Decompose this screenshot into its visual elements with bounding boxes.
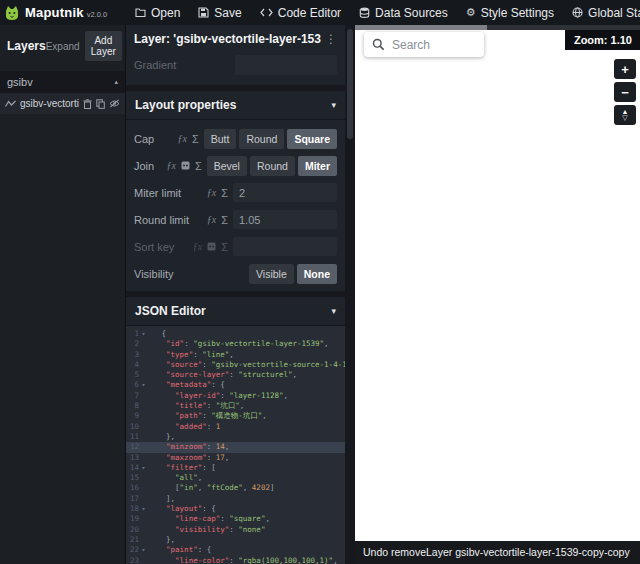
layout-properties-section-header[interactable]: Layout properties ▾ [126, 91, 345, 120]
code-line[interactable]: 18▾ "layout": { [126, 504, 345, 514]
line-number: 12 [126, 442, 139, 452]
cap-option-round[interactable]: Round [239, 129, 284, 149]
json-editor-lines[interactable]: 1▾ {2 "id": "gsibv-vectortile-layer-1539… [126, 326, 345, 564]
code-gutter: 13 [126, 453, 148, 463]
code-line[interactable]: 15 "all", [126, 473, 345, 483]
code-line[interactable]: 19 "line-cap": "square", [126, 514, 345, 524]
horizontal-scrollbar-thumb[interactable] [355, 25, 487, 30]
zoom-in-button[interactable]: + [614, 59, 636, 79]
line-number: 6 [126, 380, 139, 390]
menu-code-editor[interactable]: Code Editor [251, 0, 350, 25]
data-field-icon[interactable] [181, 161, 190, 170]
trash-icon[interactable] [83, 99, 92, 109]
fold-spacer [139, 525, 148, 535]
fx-expression-icon[interactable]: ƒx [207, 214, 216, 225]
code-line[interactable]: 13 "maxzoom": 17, [126, 453, 345, 463]
round-limit-input[interactable] [233, 210, 337, 229]
fold-caret-icon[interactable]: ▾ [139, 463, 148, 473]
miter-limit-input[interactable] [233, 183, 337, 202]
code-line[interactable]: 17 ], [126, 494, 345, 504]
code-line[interactable]: 21 }, [126, 535, 345, 545]
code-line[interactable]: 20 "visibility": "none" [126, 525, 345, 535]
code-line[interactable]: 1▾ { [126, 329, 345, 339]
cap-option-butt[interactable]: Butt [204, 129, 237, 149]
visibility-option-visible[interactable]: Visible [249, 264, 294, 284]
code-gutter: 12 [126, 442, 148, 452]
gradient-input[interactable] [235, 55, 337, 75]
eye-off-icon[interactable] [109, 99, 120, 108]
panel-scrollbar-thumb[interactable] [347, 29, 353, 139]
zoom-function-icon[interactable]: Σ [221, 214, 228, 226]
menu-save[interactable]: Save [189, 0, 250, 25]
code-gutter: 21 [126, 535, 148, 545]
topbar: Maputnik v2.0.0 Open Save Code Editor Da… [0, 0, 640, 25]
layer-group-gsibv[interactable]: gsibv ▴ [0, 71, 125, 93]
expand-button[interactable]: Expand [46, 41, 80, 52]
copy-icon[interactable] [96, 99, 105, 109]
code-line[interactable]: 12 "minzoom": 14, [126, 442, 345, 452]
fx-expression-icon[interactable]: ƒx [166, 160, 175, 171]
code-line[interactable]: 2 "id": "gsibv-vectortile-layer-1539", [126, 339, 345, 349]
zoom-function-icon[interactable]: Σ [192, 133, 199, 145]
menu-data-sources[interactable]: Data Sources [350, 0, 457, 25]
fold-caret-icon[interactable]: ▾ [139, 380, 148, 390]
code-line[interactable]: 4 "source": "gsibv-vectortile-source-1-4… [126, 360, 345, 370]
sort-key-input[interactable] [233, 237, 337, 256]
zoom-function-icon[interactable]: Σ [221, 187, 228, 199]
code-line[interactable]: 6▾ "metadata": { [126, 380, 345, 390]
map-canvas[interactable]: Zoom: 1.10 + − ▲▽ Undo removeLayer gsibv… [355, 25, 640, 564]
code-line[interactable]: 16 ["in", "ftCode", 4202] [126, 483, 345, 493]
line-number: 14 [126, 463, 139, 473]
fold-caret-icon[interactable]: ▾ [139, 329, 148, 339]
menu-style-settings[interactable]: ⚙ Style Settings [457, 0, 563, 25]
fold-spacer [139, 422, 148, 432]
data-field-icon[interactable] [207, 242, 216, 251]
code-line[interactable]: 11 }, [126, 432, 345, 442]
fold-spacer [139, 535, 148, 545]
code-line[interactable]: 5 "source-layer": "structurel", [126, 370, 345, 380]
cap-option-square[interactable]: Square [287, 129, 337, 149]
fold-caret-icon[interactable]: ▾ [139, 504, 148, 514]
add-layer-button[interactable]: Add Layer [85, 31, 122, 61]
code-line[interactable]: 22▾ "paint": { [126, 545, 345, 555]
visibility-option-none[interactable]: None [297, 264, 337, 284]
panel-scrollbar[interactable] [345, 25, 355, 564]
menu-open[interactable]: Open [126, 0, 189, 25]
search-input[interactable] [390, 37, 484, 53]
fx-expression-icon[interactable]: ƒx [207, 187, 216, 198]
code-line[interactable]: 9 "path": "構造物-坑口", [126, 411, 345, 421]
join-option-round[interactable]: Round [250, 156, 295, 176]
code-line[interactable]: 3 "type": "line", [126, 350, 345, 360]
join-option-bevel[interactable]: Bevel [207, 156, 247, 176]
code-line[interactable]: 14▾ "filter": [ [126, 463, 345, 473]
menu-label: Global State [588, 6, 640, 20]
code-text: "all", [148, 473, 202, 483]
chevron-down-icon: ▾ [331, 100, 336, 110]
code-text: "line-cap": "square", [148, 514, 270, 524]
line-number: 19 [126, 514, 139, 524]
fold-spacer [139, 411, 148, 421]
join-option-miter[interactable]: Miter [298, 156, 337, 176]
zoom-function-icon[interactable]: Σ [195, 160, 202, 172]
layer-list-item[interactable]: gsibv-vectortile-layer- [0, 93, 125, 114]
code-text: "layer-id": "layer-1128", [148, 391, 288, 401]
json-editor-section-header[interactable]: JSON Editor ▾ [126, 297, 345, 326]
code-line[interactable]: 23 "line-color": "rgba(100,100,100,1)", [126, 556, 345, 564]
menu-label: Code Editor [278, 6, 341, 20]
undo-toast[interactable]: Undo removeLayer gsibv-vectortile-layer-… [355, 541, 640, 564]
visibility-button-group: Visible None [249, 264, 337, 284]
zoom-function-icon[interactable]: Σ [221, 241, 228, 253]
menu-global-state[interactable]: Global State [563, 0, 640, 25]
code-line[interactable]: 10 "added": 1 [126, 422, 345, 432]
sort-key-property-row: Sort key ƒx Σ [134, 233, 337, 260]
fx-expression-icon[interactable]: ƒx [193, 241, 202, 252]
fold-caret-icon[interactable]: ▾ [139, 545, 148, 555]
code-line[interactable]: 8 "title": "坑口", [126, 401, 345, 411]
kebab-menu-icon[interactable]: ⋮ [321, 32, 337, 46]
code-gutter: 7 [126, 391, 148, 401]
zoom-out-button[interactable]: − [614, 82, 636, 102]
brand-name: Maputnik [25, 5, 84, 20]
pitch-toggle-button[interactable]: ▲▽ [614, 105, 636, 125]
code-line[interactable]: 7 "layer-id": "layer-1128", [126, 391, 345, 401]
fx-expression-icon[interactable]: ƒx [177, 133, 186, 144]
